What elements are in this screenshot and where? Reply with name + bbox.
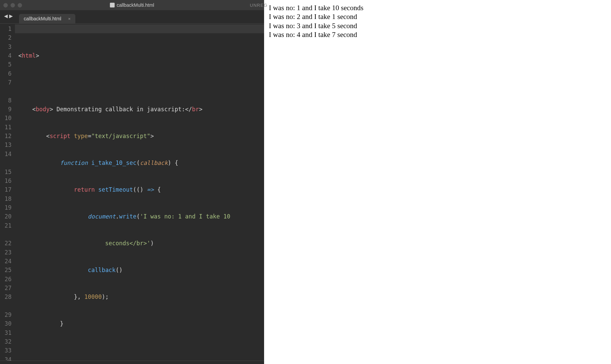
line-number: 32 (3, 337, 12, 346)
line-number: 18 (3, 194, 12, 203)
line-number: 25 (3, 266, 12, 274)
minimize-window-button[interactable] (11, 3, 15, 7)
window-title-text: callbackMulti.html (117, 2, 154, 8)
line-number: 24 (3, 257, 12, 266)
tab-bar: ◀ ▶ callbackMulti.html × (0, 10, 264, 24)
code-content[interactable]: <html> <body> Demonstrating callback in … (15, 24, 264, 361)
line-number-gutter: 1234567891011121314151617181920212223242… (0, 24, 15, 361)
nav-forward-icon[interactable]: ▶ (9, 13, 13, 19)
file-icon (110, 3, 115, 7)
output-line: I was no: 4 and I take 7 second (269, 30, 606, 39)
line-number: 9 (3, 105, 12, 114)
line-number: 13 (3, 140, 12, 149)
line-number (3, 302, 12, 310)
line-number: 8 (3, 96, 12, 105)
editor-pane: callbackMulti.html UNREG ◀ ▶ callbackMul… (0, 0, 264, 364)
line-number: 19 (3, 203, 12, 212)
registration-status: UNREG (250, 3, 267, 8)
active-line-highlight (15, 24, 264, 33)
line-number: 5 (3, 60, 12, 69)
line-number: 23 (3, 248, 12, 257)
line-number: 2 (3, 33, 12, 42)
maximize-window-button[interactable] (18, 3, 22, 7)
line-number: 30 (3, 319, 12, 328)
line-number: 1 (3, 24, 12, 33)
line-number: 29 (3, 310, 12, 319)
line-number: 34 (3, 355, 12, 361)
window-titlebar: callbackMulti.html UNREG (0, 0, 264, 10)
tab-label: callbackMulti.html (24, 16, 61, 21)
output-line: I was no: 2 and I take 1 second (269, 12, 606, 21)
output-line: I was no: 1 and I take 10 seconds (269, 3, 606, 12)
line-number: 3 (3, 42, 12, 51)
line-number: 14 (3, 150, 12, 158)
status-bar (0, 361, 264, 364)
line-number: 27 (3, 284, 12, 292)
line-number: 21 (3, 221, 12, 230)
line-number: 26 (3, 275, 12, 284)
line-number: 33 (3, 346, 12, 355)
line-number: 20 (3, 212, 12, 221)
line-number: 28 (3, 292, 12, 301)
line-number (3, 158, 12, 167)
line-number (3, 87, 12, 96)
window-title: callbackMulti.html (110, 2, 154, 8)
line-number: 16 (3, 176, 12, 185)
line-number: 7 (3, 78, 12, 87)
nav-back-icon[interactable]: ◀ (4, 13, 8, 19)
line-number: 4 (3, 51, 12, 60)
line-number: 31 (3, 328, 12, 337)
line-number: 22 (3, 239, 12, 248)
close-tab-icon[interactable]: × (68, 16, 71, 21)
file-tab[interactable]: callbackMulti.html × (19, 14, 75, 23)
output-line: I was no: 3 and I take 5 second (269, 21, 606, 30)
line-number: 12 (3, 132, 12, 140)
nav-arrows: ◀ ▶ (3, 10, 16, 23)
code-area: 1234567891011121314151617181920212223242… (0, 24, 264, 361)
browser-output-pane: I was no: 1 and I take 10 seconds I was … (264, 0, 611, 364)
line-number: 6 (3, 69, 12, 78)
line-number: 10 (3, 114, 12, 122)
traffic-lights (3, 3, 22, 7)
line-number (3, 230, 12, 239)
line-number: 17 (3, 185, 12, 194)
line-number: 15 (3, 168, 12, 176)
close-window-button[interactable] (3, 3, 8, 7)
line-number: 11 (3, 123, 12, 132)
